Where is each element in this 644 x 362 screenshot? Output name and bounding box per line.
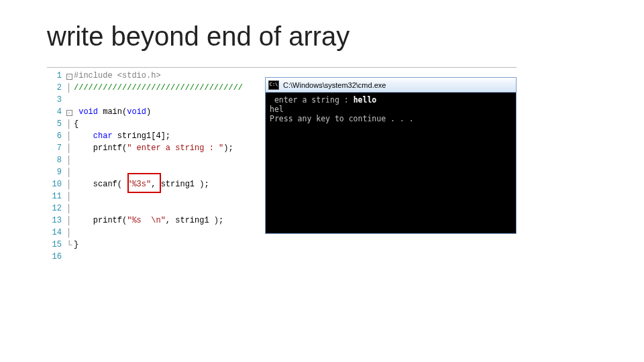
code-line: 5│{ (48, 118, 256, 130)
line-number: 1 (48, 70, 64, 82)
code-line: 2│/////////////////////////////////// (48, 82, 256, 94)
line-number: 14 (48, 227, 64, 239)
line-number: 2 (48, 82, 64, 94)
code-line: 11│ (48, 190, 256, 202)
fold-indicator: │ (64, 130, 74, 142)
code-text: #include <stdio.h> (74, 70, 248, 82)
title-underline (47, 67, 517, 68)
line-number: 9 (48, 166, 64, 178)
code-line: 8│ (48, 154, 256, 166)
line-number: 6 (48, 130, 64, 142)
cmd-icon: C:\ (268, 80, 279, 90)
console-title: C:\Windows\system32\cmd.exe (283, 81, 386, 89)
line-number: 10 (48, 178, 64, 190)
code-line: 9│ (48, 166, 256, 178)
code-text: printf(" enter a string : "); (74, 142, 248, 154)
console-titlebar: C:\ C:\Windows\system32\cmd.exe (266, 78, 516, 93)
code-line: 15└} (48, 239, 256, 251)
code-line: 6│ char string1[4]; (48, 130, 256, 142)
line-number: 4 (48, 106, 64, 118)
cmd-icon-text: C:\ (270, 82, 278, 87)
console-line: enter a string : hello (270, 95, 512, 105)
fold-indicator: - (64, 70, 74, 82)
console-line: hel (270, 105, 512, 114)
code-text: scanf( "%3s", string1 ); (74, 178, 248, 190)
fold-indicator: └ (64, 239, 74, 251)
line-number: 16 (48, 251, 64, 263)
code-line: 12│ (48, 202, 256, 215)
code-text: printf("%s \n", string1 ); (74, 215, 248, 227)
code-line: 10│ scanf( "%3s", string1 ); (48, 178, 256, 190)
console-body: enter a string : hellohelPress any key t… (266, 93, 516, 233)
code-text: { (74, 118, 248, 130)
code-line: 3 (48, 94, 256, 106)
fold-indicator: │ (64, 82, 74, 94)
line-number: 15 (48, 239, 64, 251)
fold-indicator: │ (64, 227, 74, 239)
line-number: 3 (48, 94, 64, 106)
fold-indicator: │ (64, 142, 74, 154)
line-number: 13 (48, 215, 64, 227)
fold-indicator: │ (64, 166, 74, 178)
line-number: 7 (48, 142, 64, 154)
fold-indicator: │ (64, 118, 74, 130)
slide: write beyond end of array 1-#include <st… (0, 0, 644, 362)
code-line: 13│ printf("%s \n", string1 ); (48, 215, 256, 227)
code-line: 1-#include <stdio.h> (48, 70, 256, 82)
page-title: write beyond end of array (47, 21, 350, 52)
fold-indicator: - (64, 106, 74, 118)
fold-indicator: │ (64, 154, 74, 166)
fold-indicator: │ (64, 178, 74, 190)
code-text: void main(void) (74, 106, 248, 118)
line-number: 5 (48, 118, 64, 130)
console-line: Press any key to continue . . . (270, 114, 512, 123)
code-line: 16 (48, 251, 256, 263)
code-line: 7│ printf(" enter a string : "); (48, 142, 256, 154)
code-text: } (74, 239, 248, 251)
line-number: 11 (48, 190, 64, 202)
fold-indicator: │ (64, 190, 74, 202)
code-editor: 1-#include <stdio.h>2│//////////////////… (48, 70, 256, 263)
code-line: 14│ (48, 227, 256, 239)
console-window: C:\ C:\Windows\system32\cmd.exe enter a … (265, 77, 517, 234)
fold-indicator: │ (64, 215, 74, 227)
code-text: /////////////////////////////////// (74, 82, 248, 94)
code-text: char string1[4]; (74, 130, 248, 142)
code-line: 4- void main(void) (48, 106, 256, 118)
line-number: 12 (48, 202, 64, 215)
line-number: 8 (48, 154, 64, 166)
fold-indicator: │ (64, 202, 74, 215)
